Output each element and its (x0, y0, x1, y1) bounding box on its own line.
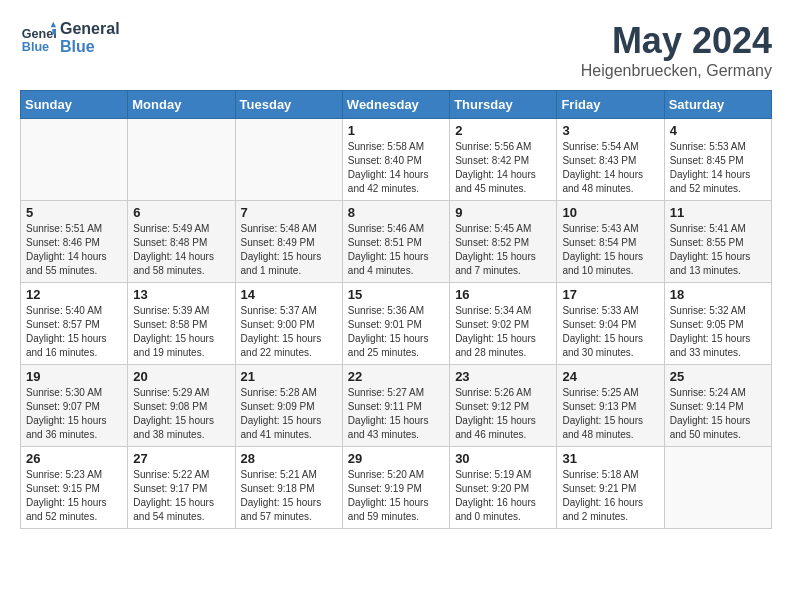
calendar-week-1: 1Sunrise: 5:58 AMSunset: 8:40 PMDaylight… (21, 119, 772, 201)
calendar-cell: 15Sunrise: 5:36 AMSunset: 9:01 PMDayligh… (342, 283, 449, 365)
day-info: Sunrise: 5:39 AMSunset: 8:58 PMDaylight:… (133, 304, 229, 360)
day-number: 22 (348, 369, 444, 384)
day-header-saturday: Saturday (664, 91, 771, 119)
day-info: Sunrise: 5:46 AMSunset: 8:51 PMDaylight:… (348, 222, 444, 278)
calendar-cell: 12Sunrise: 5:40 AMSunset: 8:57 PMDayligh… (21, 283, 128, 365)
day-info: Sunrise: 5:58 AMSunset: 8:40 PMDaylight:… (348, 140, 444, 196)
calendar-cell (235, 119, 342, 201)
day-info: Sunrise: 5:40 AMSunset: 8:57 PMDaylight:… (26, 304, 122, 360)
calendar-cell: 4Sunrise: 5:53 AMSunset: 8:45 PMDaylight… (664, 119, 771, 201)
header: General Blue General Blue May 2024 Heige… (20, 20, 772, 80)
location: Heigenbruecken, Germany (581, 62, 772, 80)
day-number: 2 (455, 123, 551, 138)
day-number: 27 (133, 451, 229, 466)
calendar-cell: 3Sunrise: 5:54 AMSunset: 8:43 PMDaylight… (557, 119, 664, 201)
day-number: 20 (133, 369, 229, 384)
calendar-cell: 6Sunrise: 5:49 AMSunset: 8:48 PMDaylight… (128, 201, 235, 283)
calendar-cell: 26Sunrise: 5:23 AMSunset: 9:15 PMDayligh… (21, 447, 128, 529)
calendar-cell: 25Sunrise: 5:24 AMSunset: 9:14 PMDayligh… (664, 365, 771, 447)
day-header-thursday: Thursday (450, 91, 557, 119)
calendar-cell: 11Sunrise: 5:41 AMSunset: 8:55 PMDayligh… (664, 201, 771, 283)
title-area: May 2024 Heigenbruecken, Germany (581, 20, 772, 80)
day-number: 21 (241, 369, 337, 384)
day-info: Sunrise: 5:36 AMSunset: 9:01 PMDaylight:… (348, 304, 444, 360)
day-info: Sunrise: 5:49 AMSunset: 8:48 PMDaylight:… (133, 222, 229, 278)
day-number: 15 (348, 287, 444, 302)
calendar-cell: 30Sunrise: 5:19 AMSunset: 9:20 PMDayligh… (450, 447, 557, 529)
day-number: 17 (562, 287, 658, 302)
day-info: Sunrise: 5:22 AMSunset: 9:17 PMDaylight:… (133, 468, 229, 524)
calendar-cell: 14Sunrise: 5:37 AMSunset: 9:00 PMDayligh… (235, 283, 342, 365)
day-info: Sunrise: 5:51 AMSunset: 8:46 PMDaylight:… (26, 222, 122, 278)
day-number: 14 (241, 287, 337, 302)
day-number: 23 (455, 369, 551, 384)
calendar-cell: 20Sunrise: 5:29 AMSunset: 9:08 PMDayligh… (128, 365, 235, 447)
svg-text:Blue: Blue (22, 40, 49, 54)
day-info: Sunrise: 5:24 AMSunset: 9:14 PMDaylight:… (670, 386, 766, 442)
day-number: 4 (670, 123, 766, 138)
day-number: 10 (562, 205, 658, 220)
calendar-week-4: 19Sunrise: 5:30 AMSunset: 9:07 PMDayligh… (21, 365, 772, 447)
day-info: Sunrise: 5:32 AMSunset: 9:05 PMDaylight:… (670, 304, 766, 360)
calendar-cell: 8Sunrise: 5:46 AMSunset: 8:51 PMDaylight… (342, 201, 449, 283)
day-number: 30 (455, 451, 551, 466)
day-info: Sunrise: 5:27 AMSunset: 9:11 PMDaylight:… (348, 386, 444, 442)
calendar-cell: 1Sunrise: 5:58 AMSunset: 8:40 PMDaylight… (342, 119, 449, 201)
day-info: Sunrise: 5:26 AMSunset: 9:12 PMDaylight:… (455, 386, 551, 442)
day-header-friday: Friday (557, 91, 664, 119)
calendar-cell: 2Sunrise: 5:56 AMSunset: 8:42 PMDaylight… (450, 119, 557, 201)
day-number: 1 (348, 123, 444, 138)
day-number: 31 (562, 451, 658, 466)
day-info: Sunrise: 5:54 AMSunset: 8:43 PMDaylight:… (562, 140, 658, 196)
day-info: Sunrise: 5:21 AMSunset: 9:18 PMDaylight:… (241, 468, 337, 524)
calendar-cell: 23Sunrise: 5:26 AMSunset: 9:12 PMDayligh… (450, 365, 557, 447)
day-number: 24 (562, 369, 658, 384)
day-header-sunday: Sunday (21, 91, 128, 119)
day-number: 13 (133, 287, 229, 302)
logo-icon: General Blue (20, 20, 56, 56)
calendar-cell: 17Sunrise: 5:33 AMSunset: 9:04 PMDayligh… (557, 283, 664, 365)
day-info: Sunrise: 5:34 AMSunset: 9:02 PMDaylight:… (455, 304, 551, 360)
day-number: 29 (348, 451, 444, 466)
day-header-monday: Monday (128, 91, 235, 119)
calendar-cell: 19Sunrise: 5:30 AMSunset: 9:07 PMDayligh… (21, 365, 128, 447)
day-info: Sunrise: 5:29 AMSunset: 9:08 PMDaylight:… (133, 386, 229, 442)
day-header-tuesday: Tuesday (235, 91, 342, 119)
calendar-cell: 28Sunrise: 5:21 AMSunset: 9:18 PMDayligh… (235, 447, 342, 529)
day-info: Sunrise: 5:37 AMSunset: 9:00 PMDaylight:… (241, 304, 337, 360)
calendar-cell (664, 447, 771, 529)
logo: General Blue General Blue (20, 20, 120, 56)
calendar-cell: 29Sunrise: 5:20 AMSunset: 9:19 PMDayligh… (342, 447, 449, 529)
day-info: Sunrise: 5:48 AMSunset: 8:49 PMDaylight:… (241, 222, 337, 278)
calendar-week-3: 12Sunrise: 5:40 AMSunset: 8:57 PMDayligh… (21, 283, 772, 365)
day-number: 25 (670, 369, 766, 384)
calendar-cell: 9Sunrise: 5:45 AMSunset: 8:52 PMDaylight… (450, 201, 557, 283)
calendar-cell: 18Sunrise: 5:32 AMSunset: 9:05 PMDayligh… (664, 283, 771, 365)
calendar-header-row: SundayMondayTuesdayWednesdayThursdayFrid… (21, 91, 772, 119)
day-info: Sunrise: 5:23 AMSunset: 9:15 PMDaylight:… (26, 468, 122, 524)
calendar-cell: 24Sunrise: 5:25 AMSunset: 9:13 PMDayligh… (557, 365, 664, 447)
day-number: 11 (670, 205, 766, 220)
svg-marker-2 (51, 22, 56, 27)
day-info: Sunrise: 5:25 AMSunset: 9:13 PMDaylight:… (562, 386, 658, 442)
calendar-cell: 5Sunrise: 5:51 AMSunset: 8:46 PMDaylight… (21, 201, 128, 283)
day-info: Sunrise: 5:20 AMSunset: 9:19 PMDaylight:… (348, 468, 444, 524)
day-header-wednesday: Wednesday (342, 91, 449, 119)
day-info: Sunrise: 5:28 AMSunset: 9:09 PMDaylight:… (241, 386, 337, 442)
calendar-cell: 7Sunrise: 5:48 AMSunset: 8:49 PMDaylight… (235, 201, 342, 283)
day-info: Sunrise: 5:45 AMSunset: 8:52 PMDaylight:… (455, 222, 551, 278)
calendar-cell: 16Sunrise: 5:34 AMSunset: 9:02 PMDayligh… (450, 283, 557, 365)
day-info: Sunrise: 5:53 AMSunset: 8:45 PMDaylight:… (670, 140, 766, 196)
day-number: 28 (241, 451, 337, 466)
day-number: 3 (562, 123, 658, 138)
day-info: Sunrise: 5:33 AMSunset: 9:04 PMDaylight:… (562, 304, 658, 360)
day-info: Sunrise: 5:41 AMSunset: 8:55 PMDaylight:… (670, 222, 766, 278)
calendar-week-2: 5Sunrise: 5:51 AMSunset: 8:46 PMDaylight… (21, 201, 772, 283)
day-info: Sunrise: 5:18 AMSunset: 9:21 PMDaylight:… (562, 468, 658, 524)
day-info: Sunrise: 5:19 AMSunset: 9:20 PMDaylight:… (455, 468, 551, 524)
calendar: SundayMondayTuesdayWednesdayThursdayFrid… (20, 90, 772, 529)
day-number: 18 (670, 287, 766, 302)
calendar-cell: 10Sunrise: 5:43 AMSunset: 8:54 PMDayligh… (557, 201, 664, 283)
day-number: 9 (455, 205, 551, 220)
day-info: Sunrise: 5:56 AMSunset: 8:42 PMDaylight:… (455, 140, 551, 196)
